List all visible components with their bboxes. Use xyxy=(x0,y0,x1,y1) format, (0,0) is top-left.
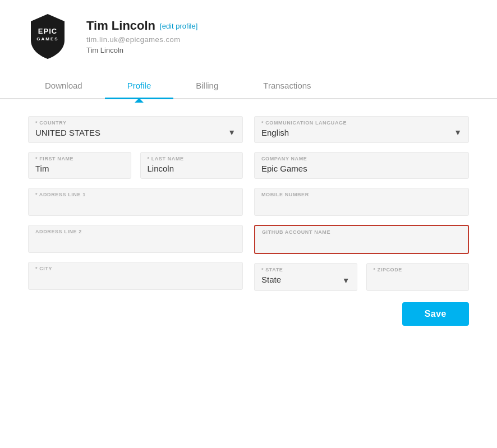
mobile-number-field[interactable]: MOBILE NUMBER xyxy=(254,188,469,216)
company-name-field[interactable]: COMPANY NAME xyxy=(254,152,469,179)
zipcode-input[interactable] xyxy=(374,275,462,286)
mobile-number-input[interactable] xyxy=(261,200,462,211)
city-label: * CITY xyxy=(35,266,236,271)
user-display-name: Tim Lincoln xyxy=(86,46,197,54)
github-account-label: GITHUB ACCOUNT NAME xyxy=(262,229,461,235)
country-select[interactable]: UNITED STATES CANADA UNITED KINGDOM xyxy=(35,128,236,137)
country-field[interactable]: * COUNTRY UNITED STATES CANADA UNITED KI… xyxy=(28,116,243,143)
github-account-field[interactable]: GITHUB ACCOUNT NAME xyxy=(254,225,469,254)
svg-text:EPIC: EPIC xyxy=(38,27,57,35)
epic-games-logo: EPIC GAMES xyxy=(22,11,73,62)
first-name-label: * FIRST NAME xyxy=(35,156,124,161)
zipcode-field[interactable]: * ZIPCODE xyxy=(366,263,470,291)
communication-language-select[interactable]: English French German Spanish xyxy=(261,128,462,137)
zipcode-label: * ZIPCODE xyxy=(374,267,462,273)
address-line2-input[interactable] xyxy=(35,237,236,248)
address-line1-field[interactable]: * ADDRESS LINE 1 xyxy=(28,188,243,216)
communication-language-field[interactable]: * COMMUNICATION LANGUAGE English French … xyxy=(254,116,469,143)
page-header: EPIC GAMES Tim Lincoln [edit profile] ti… xyxy=(0,0,497,73)
save-button[interactable]: Save xyxy=(402,302,469,326)
city-field[interactable]: * CITY xyxy=(28,262,243,290)
edit-profile-link[interactable]: [edit profile] xyxy=(160,22,197,30)
tab-billing[interactable]: Billing xyxy=(173,73,241,98)
address-line2-label: ADDRESS LINE 2 xyxy=(35,229,236,234)
state-label: * STATE xyxy=(261,267,350,273)
user-email: tim.lin.uk@epicgames.com xyxy=(86,35,197,44)
nav-tabs: Download Profile Billing Transactions xyxy=(0,73,497,99)
user-name: Tim Lincoln xyxy=(86,19,155,33)
address-line2-field[interactable]: ADDRESS LINE 2 xyxy=(28,225,243,253)
tab-profile[interactable]: Profile xyxy=(105,73,174,98)
address-line1-label: * ADDRESS LINE 1 xyxy=(35,192,236,197)
company-name-input[interactable] xyxy=(261,164,462,173)
right-column: * COMMUNICATION LANGUAGE English French … xyxy=(254,116,469,291)
state-select[interactable]: State Alabama Alaska Arizona California … xyxy=(261,275,350,284)
svg-text:GAMES: GAMES xyxy=(36,36,58,41)
name-row: * FIRST NAME * LAST NAME xyxy=(28,152,243,179)
left-column: * COUNTRY UNITED STATES CANADA UNITED KI… xyxy=(28,116,243,291)
tab-transactions[interactable]: Transactions xyxy=(241,73,333,98)
user-info: Tim Lincoln [edit profile] tim.lin.uk@ep… xyxy=(86,19,197,54)
save-row: Save xyxy=(28,302,469,326)
last-name-field[interactable]: * LAST NAME xyxy=(140,152,243,179)
communication-language-label: * COMMUNICATION LANGUAGE xyxy=(261,120,462,126)
profile-form: * COUNTRY UNITED STATES CANADA UNITED KI… xyxy=(0,116,497,343)
last-name-label: * LAST NAME xyxy=(148,156,236,161)
city-input[interactable] xyxy=(35,274,236,285)
state-zipcode-row: * STATE State Alabama Alaska Arizona Cal… xyxy=(254,263,469,291)
last-name-input[interactable] xyxy=(148,164,236,173)
company-name-label: COMPANY NAME xyxy=(261,156,462,161)
address-line1-input[interactable] xyxy=(35,200,236,211)
mobile-number-label: MOBILE NUMBER xyxy=(261,192,462,197)
first-name-field[interactable]: * FIRST NAME xyxy=(28,152,131,179)
github-account-input[interactable] xyxy=(262,237,461,248)
first-name-input[interactable] xyxy=(35,164,124,173)
state-field[interactable]: * STATE State Alabama Alaska Arizona Cal… xyxy=(254,263,357,291)
country-label: * COUNTRY xyxy=(35,120,236,126)
tab-download[interactable]: Download xyxy=(22,73,105,98)
